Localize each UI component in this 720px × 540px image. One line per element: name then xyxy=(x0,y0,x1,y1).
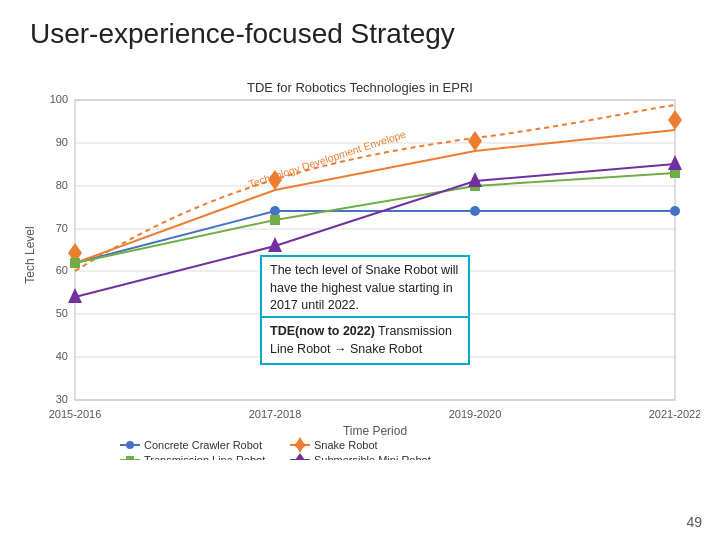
svg-text:30: 30 xyxy=(56,393,68,405)
chart-title: TDE for Robotics Technologies in EPRI xyxy=(247,80,473,95)
cc-point-3 xyxy=(670,206,680,216)
svg-text:2015-2016: 2015-2016 xyxy=(49,408,102,420)
svg-point-23 xyxy=(126,441,134,449)
svg-text:Snake Robot: Snake Robot xyxy=(314,439,378,451)
cc-point-1 xyxy=(270,206,280,216)
svg-text:60: 60 xyxy=(56,264,68,276)
svg-text:100: 100 xyxy=(50,93,68,105)
svg-text:Time Period: Time Period xyxy=(343,424,407,438)
sr-point-3 xyxy=(668,110,682,130)
svg-text:Concrete Crawler Robot: Concrete Crawler Robot xyxy=(144,439,262,451)
chart-area: TDE for Robotics Technologies in EPRI Te… xyxy=(20,70,700,460)
tooltip1-text: The tech level of Snake Robot will have … xyxy=(270,263,458,312)
svg-text:2021-2022: 2021-2022 xyxy=(649,408,700,420)
sr-point-2 xyxy=(468,131,482,151)
svg-text:70: 70 xyxy=(56,222,68,234)
svg-text:2019-2020: 2019-2020 xyxy=(449,408,502,420)
tooltip2-bold: TDE(now to 2022) xyxy=(270,324,375,338)
page-number: 49 xyxy=(686,514,702,530)
sm-point-2 xyxy=(468,172,482,187)
tl-point-1 xyxy=(270,215,280,225)
sm-point-3 xyxy=(668,155,682,170)
tooltip-tde: TDE(now to 2022) Transmission Line Robot… xyxy=(260,316,470,365)
tooltip-snake-robot: The tech level of Snake Robot will have … xyxy=(260,255,470,322)
svg-text:50: 50 xyxy=(56,307,68,319)
svg-text:80: 80 xyxy=(56,179,68,191)
page-title: User-experience-focused Strategy xyxy=(0,0,720,58)
tl-point-0 xyxy=(70,258,80,268)
cc-point-2 xyxy=(470,206,480,216)
svg-marker-36 xyxy=(293,453,307,460)
svg-text:40: 40 xyxy=(56,350,68,362)
svg-text:Submersible Mini Robot: Submersible Mini Robot xyxy=(314,454,431,460)
envelope-line xyxy=(75,105,675,271)
y-axis-label: Tech Level xyxy=(23,226,37,283)
svg-text:Transmission Line Robot: Transmission Line Robot xyxy=(144,454,265,460)
svg-rect-33 xyxy=(126,456,134,460)
svg-text:2017-2018: 2017-2018 xyxy=(249,408,302,420)
svg-marker-30 xyxy=(294,439,306,451)
svg-text:90: 90 xyxy=(56,136,68,148)
